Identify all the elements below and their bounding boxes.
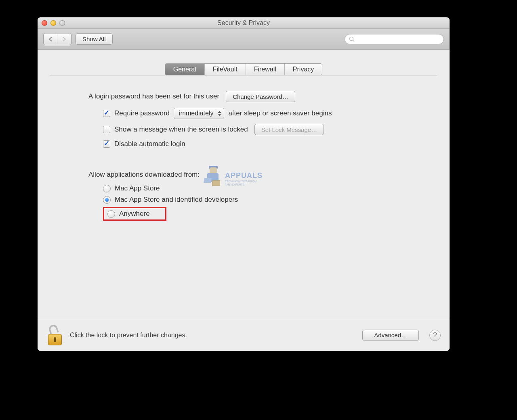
footer: Click the lock to prevent further change…: [38, 319, 450, 351]
lock-hint-label: Click the lock to prevent further change…: [70, 332, 187, 339]
minimize-icon[interactable]: [50, 20, 56, 26]
traffic-lights: [38, 20, 65, 26]
radio-anywhere-label: Anywhere: [119, 210, 150, 218]
radio-mac-app-store[interactable]: [103, 185, 111, 192]
zoom-icon: [59, 20, 65, 26]
tab-privacy[interactable]: Privacy: [285, 64, 322, 75]
content-pane: General FileVault Firewall Privacy A log…: [38, 50, 450, 319]
chevron-left-icon: [48, 37, 53, 42]
change-password-button[interactable]: Change Password…: [226, 91, 295, 102]
highlight-anywhere: Anywhere: [103, 207, 166, 221]
back-button[interactable]: [44, 33, 57, 45]
login-password-section: A login password has been set for this u…: [50, 91, 437, 148]
window-title: Security & Privacy: [38, 19, 450, 27]
radio-identified-developers[interactable]: [103, 196, 111, 204]
show-message-label: Show a message when the screen is locked: [114, 125, 248, 134]
search-field[interactable]: [345, 34, 444, 44]
tab-general[interactable]: General: [165, 64, 205, 75]
login-password-set-label: A login password has been set for this u…: [88, 92, 219, 100]
gatekeeper-section: Allow applications downloaded from: Mac …: [50, 171, 437, 221]
help-button[interactable]: ?: [429, 330, 441, 341]
svg-point-0: [350, 37, 353, 40]
radio-anywhere[interactable]: [107, 210, 115, 218]
disable-auto-login-checkbox[interactable]: [103, 140, 110, 148]
tab-filevault[interactable]: FileVault: [205, 64, 246, 75]
forward-button: [57, 33, 71, 45]
tab-firewall[interactable]: Firewall: [246, 64, 285, 75]
set-lock-message-button: Set Lock Message…: [254, 124, 324, 135]
require-password-delay-value: immediately: [179, 110, 213, 117]
disable-auto-login-label: Disable automatic login: [114, 140, 185, 148]
toolbar: Show All: [38, 29, 450, 50]
chevron-right-icon: [62, 37, 66, 42]
close-icon[interactable]: [42, 20, 47, 26]
svg-line-1: [353, 40, 355, 42]
show-message-checkbox[interactable]: [103, 126, 110, 133]
tab-bar: General FileVault Firewall Privacy: [50, 63, 437, 75]
titlebar: Security & Privacy: [38, 17, 450, 29]
require-password-delay-popup[interactable]: immediately: [174, 108, 224, 119]
allow-apps-label: Allow applications downloaded from:: [88, 171, 437, 179]
nav-seg: [43, 33, 71, 45]
after-sleep-label: after sleep or screen saver begins: [228, 109, 332, 117]
show-all-button[interactable]: Show All: [76, 33, 113, 45]
radio-identified-developers-label: Mac App Store and identified developers: [115, 196, 238, 204]
search-icon: [349, 36, 355, 42]
search-input[interactable]: [357, 36, 439, 42]
require-password-checkbox[interactable]: [103, 110, 110, 117]
lock-icon[interactable]: [46, 325, 64, 345]
window: Security & Privacy Show All General File…: [38, 17, 450, 351]
require-password-label: Require password: [114, 109, 170, 117]
advanced-button[interactable]: Advanced…: [362, 330, 419, 341]
radio-mac-app-store-label: Mac App Store: [115, 184, 160, 192]
stepper-icon: [216, 109, 222, 117]
